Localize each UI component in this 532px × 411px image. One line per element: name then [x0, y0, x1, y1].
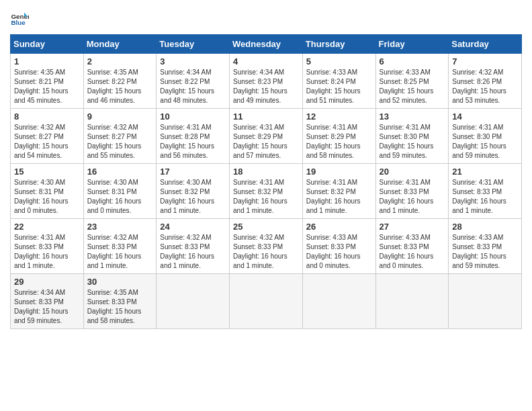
day-number: 9 — [87, 111, 153, 122]
day-info: Sunrise: 4:31 AM Sunset: 8:30 PM Dayligh… — [452, 123, 518, 161]
calendar-header-tuesday: Tuesday — [157, 35, 230, 54]
day-info: Sunrise: 4:33 AM Sunset: 8:33 PM Dayligh… — [452, 233, 518, 271]
day-number: 24 — [160, 222, 226, 232]
day-info: Sunrise: 4:32 AM Sunset: 8:33 PM Dayligh… — [233, 233, 299, 271]
calendar-cell: 26Sunrise: 4:33 AM Sunset: 8:33 PM Dayli… — [302, 219, 375, 274]
calendar-week-1: 1Sunrise: 4:35 AM Sunset: 8:21 PM Daylig… — [11, 54, 522, 109]
day-info: Sunrise: 4:31 AM Sunset: 8:33 PM Dayligh… — [452, 178, 518, 216]
day-number: 10 — [160, 111, 226, 122]
day-info: Sunrise: 4:33 AM Sunset: 8:25 PM Dayligh… — [380, 68, 445, 105]
calendar-week-4: 22Sunrise: 4:31 AM Sunset: 8:33 PM Dayli… — [11, 219, 522, 274]
day-info: Sunrise: 4:35 AM Sunset: 8:33 PM Dayligh… — [87, 288, 153, 326]
day-number: 14 — [452, 111, 518, 122]
calendar-header-thursday: Thursday — [302, 35, 375, 54]
day-number: 5 — [306, 56, 372, 66]
calendar-cell: 4Sunrise: 4:34 AM Sunset: 8:23 PM Daylig… — [230, 54, 303, 109]
calendar-header-friday: Friday — [375, 35, 449, 54]
logo-icon: General Blue — [10, 10, 29, 29]
day-number: 29 — [14, 277, 80, 287]
calendar-cell: 6Sunrise: 4:33 AM Sunset: 8:25 PM Daylig… — [375, 54, 449, 109]
day-info: Sunrise: 4:35 AM Sunset: 8:22 PM Dayligh… — [87, 68, 153, 105]
day-info: Sunrise: 4:33 AM Sunset: 8:33 PM Dayligh… — [380, 233, 445, 271]
day-info: Sunrise: 4:31 AM Sunset: 8:33 PM Dayligh… — [14, 233, 80, 271]
day-number: 28 — [452, 222, 518, 232]
day-info: Sunrise: 4:30 AM Sunset: 8:32 PM Dayligh… — [160, 178, 226, 216]
day-number: 30 — [87, 277, 153, 287]
calendar-cell — [230, 274, 303, 329]
calendar-cell: 29Sunrise: 4:34 AM Sunset: 8:33 PM Dayli… — [11, 274, 84, 329]
calendar-cell — [449, 274, 522, 329]
day-info: Sunrise: 4:30 AM Sunset: 8:31 PM Dayligh… — [87, 178, 153, 216]
day-info: Sunrise: 4:33 AM Sunset: 8:24 PM Dayligh… — [306, 68, 372, 105]
day-info: Sunrise: 4:32 AM Sunset: 8:33 PM Dayligh… — [160, 233, 226, 271]
calendar-week-2: 8Sunrise: 4:32 AM Sunset: 8:27 PM Daylig… — [11, 109, 522, 164]
day-number: 12 — [306, 111, 372, 122]
day-number: 8 — [14, 111, 80, 122]
day-info: Sunrise: 4:31 AM Sunset: 8:28 PM Dayligh… — [160, 123, 226, 161]
day-info: Sunrise: 4:31 AM Sunset: 8:30 PM Dayligh… — [380, 123, 445, 161]
calendar-cell — [375, 274, 449, 329]
day-number: 11 — [233, 111, 299, 122]
calendar-cell — [302, 274, 375, 329]
day-info: Sunrise: 4:32 AM Sunset: 8:26 PM Dayligh… — [452, 68, 518, 105]
day-number: 20 — [380, 167, 445, 177]
calendar-cell: 1Sunrise: 4:35 AM Sunset: 8:21 PM Daylig… — [11, 54, 84, 109]
calendar-cell: 8Sunrise: 4:32 AM Sunset: 8:27 PM Daylig… — [11, 109, 84, 164]
day-number: 3 — [160, 56, 226, 66]
calendar-cell: 3Sunrise: 4:34 AM Sunset: 8:22 PM Daylig… — [157, 54, 230, 109]
calendar-cell: 19Sunrise: 4:31 AM Sunset: 8:32 PM Dayli… — [302, 164, 375, 219]
calendar-week-3: 15Sunrise: 4:30 AM Sunset: 8:31 PM Dayli… — [11, 164, 522, 219]
day-info: Sunrise: 4:31 AM Sunset: 8:33 PM Dayligh… — [380, 178, 445, 216]
day-number: 7 — [452, 56, 518, 66]
calendar-cell: 20Sunrise: 4:31 AM Sunset: 8:33 PM Dayli… — [375, 164, 449, 219]
calendar-cell: 22Sunrise: 4:31 AM Sunset: 8:33 PM Dayli… — [11, 219, 84, 274]
day-number: 16 — [87, 167, 153, 177]
day-number: 18 — [233, 167, 299, 177]
day-info: Sunrise: 4:34 AM Sunset: 8:23 PM Dayligh… — [233, 68, 299, 105]
day-number: 13 — [380, 111, 445, 122]
day-number: 21 — [452, 167, 518, 177]
day-number: 4 — [233, 56, 299, 66]
calendar-header-wednesday: Wednesday — [230, 35, 303, 54]
calendar-cell: 30Sunrise: 4:35 AM Sunset: 8:33 PM Dayli… — [83, 274, 157, 329]
day-number: 27 — [380, 222, 445, 232]
calendar-cell: 25Sunrise: 4:32 AM Sunset: 8:33 PM Dayli… — [230, 219, 303, 274]
calendar-table: SundayMondayTuesdayWednesdayThursdayFrid… — [10, 34, 522, 329]
day-number: 6 — [380, 56, 445, 66]
calendar-cell: 21Sunrise: 4:31 AM Sunset: 8:33 PM Dayli… — [449, 164, 522, 219]
day-info: Sunrise: 4:32 AM Sunset: 8:27 PM Dayligh… — [87, 123, 153, 161]
calendar-header-sunday: Sunday — [11, 35, 84, 54]
calendar-cell: 2Sunrise: 4:35 AM Sunset: 8:22 PM Daylig… — [83, 54, 157, 109]
day-info: Sunrise: 4:34 AM Sunset: 8:22 PM Dayligh… — [160, 68, 226, 105]
day-number: 15 — [14, 167, 80, 177]
day-number: 2 — [87, 56, 153, 66]
calendar-cell: 27Sunrise: 4:33 AM Sunset: 8:33 PM Dayli… — [375, 219, 449, 274]
calendar-cell: 5Sunrise: 4:33 AM Sunset: 8:24 PM Daylig… — [302, 54, 375, 109]
day-info: Sunrise: 4:32 AM Sunset: 8:33 PM Dayligh… — [87, 233, 153, 271]
calendar-cell: 7Sunrise: 4:32 AM Sunset: 8:26 PM Daylig… — [449, 54, 522, 109]
calendar-cell: 14Sunrise: 4:31 AM Sunset: 8:30 PM Dayli… — [449, 109, 522, 164]
day-info: Sunrise: 4:31 AM Sunset: 8:29 PM Dayligh… — [306, 123, 372, 161]
calendar-cell: 11Sunrise: 4:31 AM Sunset: 8:29 PM Dayli… — [230, 109, 303, 164]
day-info: Sunrise: 4:30 AM Sunset: 8:31 PM Dayligh… — [14, 178, 80, 216]
day-number: 26 — [306, 222, 372, 232]
calendar-cell: 18Sunrise: 4:31 AM Sunset: 8:32 PM Dayli… — [230, 164, 303, 219]
day-info: Sunrise: 4:35 AM Sunset: 8:21 PM Dayligh… — [14, 68, 80, 105]
calendar-header-row: SundayMondayTuesdayWednesdayThursdayFrid… — [11, 35, 522, 54]
day-info: Sunrise: 4:32 AM Sunset: 8:27 PM Dayligh… — [14, 123, 80, 161]
calendar-cell: 10Sunrise: 4:31 AM Sunset: 8:28 PM Dayli… — [157, 109, 230, 164]
day-number: 1 — [14, 56, 80, 66]
calendar-cell: 16Sunrise: 4:30 AM Sunset: 8:31 PM Dayli… — [83, 164, 157, 219]
calendar-cell: 24Sunrise: 4:32 AM Sunset: 8:33 PM Dayli… — [157, 219, 230, 274]
day-number: 17 — [160, 167, 226, 177]
calendar-cell — [157, 274, 230, 329]
day-number: 25 — [233, 222, 299, 232]
calendar-cell: 12Sunrise: 4:31 AM Sunset: 8:29 PM Dayli… — [302, 109, 375, 164]
calendar-header-monday: Monday — [83, 35, 157, 54]
calendar-cell: 13Sunrise: 4:31 AM Sunset: 8:30 PM Dayli… — [375, 109, 449, 164]
calendar-cell: 23Sunrise: 4:32 AM Sunset: 8:33 PM Dayli… — [83, 219, 157, 274]
svg-text:Blue: Blue — [11, 19, 26, 26]
day-number: 22 — [14, 222, 80, 232]
day-number: 23 — [87, 222, 153, 232]
day-number: 19 — [306, 167, 372, 177]
